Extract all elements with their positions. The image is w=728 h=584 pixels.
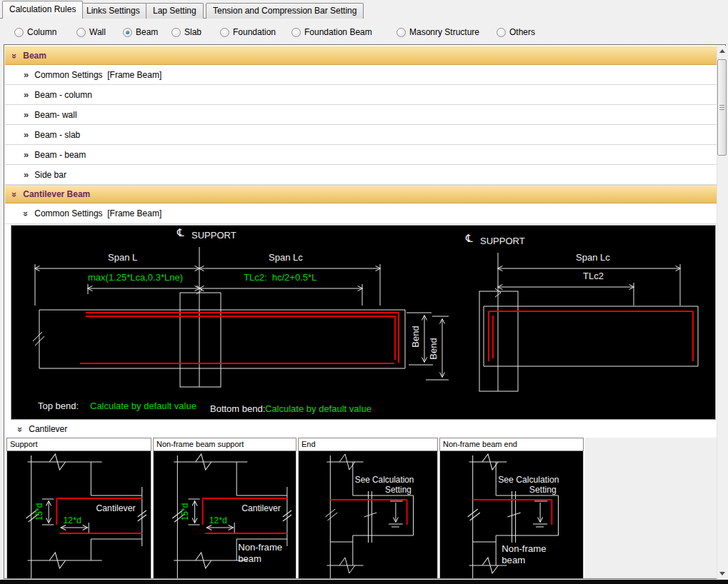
chevron-right-icon: » [24,170,29,179]
row-beam-slab[interactable]: »Beam - slab [5,125,717,145]
radio-circle [397,28,406,37]
radio-circle [291,28,301,37]
table-column-support: Support [6,438,151,578]
bend-label-1: Bend [411,322,422,351]
chevron-right-icon: » [24,90,29,99]
row-beam-wall[interactable]: »Beam- wall [5,105,717,125]
span-lc-label: Span Lc [269,253,303,263]
radio-circle [220,28,229,37]
chevron-down-icon: » [10,53,19,58]
radio-column[interactable]: Column [14,27,56,37]
row-label: Common Settings [Frame Beam] [34,70,161,80]
chevron-right-icon: » [24,150,29,159]
support-diagram-cell: 15*d 12*d Cantilever [6,451,151,578]
bend-label-2: Bend [429,334,439,363]
rules-content: » Beam »Common Settings [Frame Beam] »Be… [5,46,717,578]
cell-linework: See Calculation Setting [299,451,437,578]
row-label: Cantilever [29,424,67,434]
bottom-bend-value: Calculate by default value [265,404,372,415]
row-beam-beam[interactable]: »Beam - beam [5,145,717,165]
radio-label: Beam [136,27,158,37]
tlc2-label: TLc2 [583,271,604,282]
table-column-non-frame-beam-support: Non-frame beam support [153,438,296,578]
chevron-down-icon: » [16,426,25,431]
radio-circle [76,28,86,37]
row-beam-column[interactable]: »Beam - column [5,85,717,105]
dim-12d-label: 12*d [209,515,227,525]
radio-masonry-structure[interactable]: Masonry Structure [397,27,479,37]
top-bend-value: Calculate by default value [90,401,196,412]
arrow-up-icon [719,49,725,53]
non-frame-beam-end-diagram-cell: See Calculation Setting Non-frame beam [439,451,584,578]
cantilever-label: Cantilever [241,503,281,513]
radio-label: Foundation [233,27,276,37]
formula-tlc2-label: TLc2: hc/2+0.5*L [244,273,316,283]
row-side-bar[interactable]: »Side bar [5,165,717,185]
vertical-scrollbar[interactable] [717,46,726,579]
scroll-down-button[interactable] [717,568,727,579]
formula-max-label: max(1.25*Lca,0.3*Lne) [88,273,183,283]
section-title: Cantilever Beam [23,189,90,199]
support-label: SUPPORT [480,236,525,247]
span-lc-right-label: Span Lc [576,253,610,263]
radio-slab[interactable]: Slab [171,27,201,37]
radio-label: Masonry Structure [409,27,479,37]
main-panel: » Beam »Common Settings [Frame Beam] »Be… [4,44,726,579]
table-column-end: End [298,438,438,578]
non-frame-beam-label: Non-frame [238,542,282,553]
see-calculation-label: See Calculation [355,475,414,485]
row-label: Common Settings [Frame Beam] [34,208,161,218]
column-header: End [298,438,438,451]
non-frame-beam-label: Non-frame [502,543,546,554]
chevron-right-icon: » [24,130,29,139]
dim-12d-label: 12*d [64,515,81,525]
section-header-beam[interactable]: » Beam [5,46,717,65]
radio-circle [14,28,24,37]
radio-label: Foundation Beam [304,27,372,37]
radio-circle [497,28,506,37]
bottom-bend-label: Bottom bend: [210,404,265,415]
centerline-symbol: ℄ [177,227,184,239]
row-common-settings-frame-beam[interactable]: »Common Settings [Frame Beam] [5,65,717,85]
radio-others[interactable]: Others [497,27,535,37]
scrollbar-thumb[interactable] [717,59,727,156]
cantilever-table: Support [5,438,717,578]
span-l-label: Span L [108,253,137,263]
row-cantilever-common-settings[interactable]: » Common Settings [Frame Beam] [5,203,717,224]
radio-foundation-beam[interactable]: Foundation Beam [291,27,372,37]
tab-calculation-rules[interactable]: Calculation Rules [2,1,83,19]
arrow-down-icon [719,572,725,575]
row-label: Beam - slab [34,130,80,140]
tab-links-settings[interactable]: Links Settings [79,3,147,19]
see-calculation-label: See Calculation [498,475,559,485]
section-header-cantilever-beam[interactable]: » Cantilever Beam [5,185,717,203]
tab-bar: Calculation Rules Links Settings Lap Set… [0,0,728,19]
setting-label: Setting [529,485,557,495]
row-label: Beam - beam [34,150,86,160]
tab-tension-compression-bar-setting[interactable]: Tension and Compression Bar Setting [206,3,364,19]
radio-wall[interactable]: Wall [76,27,106,37]
non-frame-beam-support-diagram-cell: 15*d 12*d Cantilever Non-frame beam [153,451,296,578]
cantilever-common-settings-diagram: ℄ SUPPORT Span L Span Lc max(1.25*Lca,0.… [11,225,716,420]
column-header: Non-frame beam end [439,438,584,451]
chevron-down-icon: » [21,211,31,216]
member-type-radio-group: Column Wall Beam Slab Foundation Foundat… [0,24,728,42]
radio-foundation[interactable]: Foundation [220,27,276,37]
radio-label: Wall [89,27,106,37]
cell-linework: 15*d 12*d Cantilever Non-frame beam [154,451,296,578]
bottom-strip [0,580,728,584]
section-title: Beam [23,51,46,61]
chevron-right-icon: » [24,110,29,119]
cell-linework: See Calculation Setting Non-frame beam [440,451,583,578]
row-label: Beam- wall [34,110,76,120]
row-label: Beam - column [34,90,92,100]
radio-label: Column [27,27,56,37]
scroll-up-button[interactable] [717,46,727,56]
calculation-rules-window: Calculation Rules Links Settings Lap Set… [0,0,728,584]
radio-label: Slab [184,27,201,37]
radio-beam[interactable]: Beam [123,27,158,37]
setting-label: Setting [385,485,412,495]
row-cantilever[interactable]: » Cantilever [5,422,717,436]
tab-lap-setting[interactable]: Lap Setting [146,3,204,19]
dim-15d-label: 15*d [180,503,190,521]
